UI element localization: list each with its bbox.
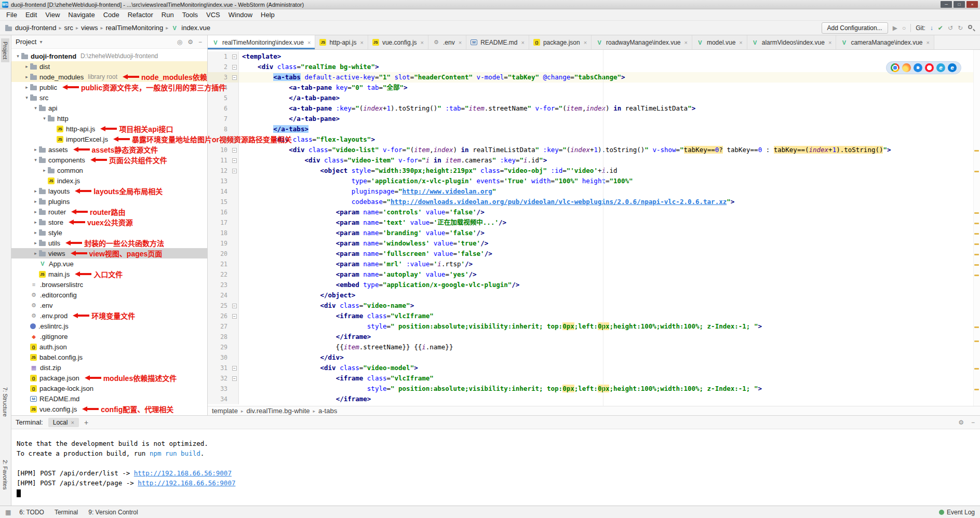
breadcrumb-item-duoji-frontend[interactable]: duoji-frontend xyxy=(15,24,57,32)
fold-marker[interactable]: − xyxy=(231,311,239,321)
code-line-2[interactable]: 2− <div class="realTime bg-white"> xyxy=(208,62,980,72)
editor-tab-http-api.js[interactable]: JShttp-api.js× xyxy=(315,35,368,49)
menu-file[interactable]: File xyxy=(2,11,21,19)
tool-windows-icon[interactable]: ▦ xyxy=(5,509,11,516)
close-tab-icon[interactable]: × xyxy=(926,39,929,46)
editor-tab-realTimeMonitoring-index.vue[interactable]: VrealTimeMonitoring\index.vue× xyxy=(208,35,315,49)
tree-item-router[interactable]: ▸routerrouter路由 xyxy=(11,207,207,217)
code-line-1[interactable]: 1−<template> xyxy=(208,51,980,62)
stripe-mark[interactable] xyxy=(974,389,979,390)
chevron-collapsed-icon[interactable]: ▸ xyxy=(32,251,39,256)
chrome-browser-icon[interactable] xyxy=(891,63,900,72)
git-history-icon[interactable]: ↺ xyxy=(948,24,953,32)
tree-item-.env.prod[interactable]: ⚙.env.prod环境变量文件 xyxy=(11,310,207,321)
opera-browser-icon[interactable] xyxy=(925,63,934,72)
fold-marker[interactable]: − xyxy=(231,166,239,176)
debug-icon[interactable]: ○ xyxy=(902,24,906,32)
menu-help[interactable]: Help xyxy=(257,11,279,19)
code-line-13[interactable]: 13 type='application/x-vlc-plugin' event… xyxy=(208,176,980,186)
close-tab-icon[interactable]: × xyxy=(684,39,688,46)
firefox-browser-icon[interactable] xyxy=(902,63,911,72)
stripe-mark[interactable] xyxy=(974,368,979,370)
chevron-expanded-icon[interactable]: ▾ xyxy=(32,105,39,111)
editor-tab-.env[interactable]: ⚙.env× xyxy=(428,35,466,49)
breadcrumb-item-src[interactable]: src xyxy=(64,24,73,32)
tree-item-importExcel.js[interactable]: JSimportExcel.js暴露环境变量地址给图片or视频资源路径变量相关 xyxy=(11,134,207,144)
project-panel-title[interactable]: Project xyxy=(16,38,36,46)
code-line-30[interactable]: 30 </div> xyxy=(208,352,980,363)
code-line-9[interactable]: 9− <div class="flex-layouts"> xyxy=(208,134,980,145)
code-line-34[interactable]: 34 </iframe> xyxy=(208,394,980,404)
code-line-3[interactable]: 3− <a-tabs default-active-key="1" slot="… xyxy=(208,72,980,83)
fold-marker[interactable]: − xyxy=(231,72,239,83)
fold-marker[interactable]: − xyxy=(231,373,239,384)
terminal-tab-local[interactable]: Local× xyxy=(48,418,79,427)
terminal-settings-icon[interactable]: ⚙ xyxy=(957,419,965,426)
minimize-button[interactable]: ─ xyxy=(941,1,952,8)
tree-item-duoji-frontend[interactable]: ▾duoji-frontendD:\zheheWeb\duoji-fronten… xyxy=(11,51,207,61)
code-line-10[interactable]: 10− <div class="video-list" v-for="(item… xyxy=(208,145,980,155)
tree-item-.env[interactable]: ⚙.env xyxy=(11,300,207,310)
editor-breadcrumb-div.realTime.bg-white[interactable]: div.realTime.bg-white xyxy=(246,407,310,415)
tree-item-.browserslistrc[interactable]: ≡.browserslistrc xyxy=(11,279,207,290)
menu-run[interactable]: Run xyxy=(157,11,178,19)
code-line-33[interactable]: 33 style=" position:absolute;visibility:… xyxy=(208,384,980,394)
code-line-23[interactable]: 23 <embed type="application/x-google-vlc… xyxy=(208,280,980,290)
tree-item-.gitignore[interactable]: ◆.gitignore xyxy=(11,331,207,342)
tree-item-common[interactable]: ▸common xyxy=(11,165,207,175)
tree-item-http-api.js[interactable]: JShttp-api.js项目相关api接口 xyxy=(11,124,207,134)
code-line-8[interactable]: 8 </a-tabs> xyxy=(208,124,980,134)
close-tab-icon[interactable]: × xyxy=(421,39,424,46)
locate-file-icon[interactable]: ◎ xyxy=(176,38,183,46)
stripe-mark[interactable] xyxy=(974,275,979,276)
edge-browser-icon[interactable]: e xyxy=(948,63,957,72)
tree-item-views[interactable]: ▸viewsview视图、pages页面 xyxy=(11,248,207,258)
tree-item-layouts[interactable]: ▸layoutslayouts全局布局相关 xyxy=(11,186,207,196)
code-line-14[interactable]: 14 pluginspage="http://www.videolan.org" xyxy=(208,186,980,197)
safari-browser-icon[interactable] xyxy=(914,63,922,72)
chevron-collapsed-icon[interactable]: ▸ xyxy=(32,188,39,194)
tree-item-assets[interactable]: ▸assetsassets静态资源文件 xyxy=(11,144,207,155)
close-tab-icon[interactable]: × xyxy=(307,39,311,46)
chevron-collapsed-icon[interactable]: ▸ xyxy=(32,220,39,225)
git-rollback-icon[interactable]: ↻ xyxy=(958,24,963,32)
tree-item-components[interactable]: ▾components页面公共组件文件 xyxy=(11,155,207,165)
tree-item-.eslintrc.js[interactable]: .eslintrc.js xyxy=(11,321,207,331)
run-icon[interactable]: ▶ xyxy=(893,24,897,32)
tree-item-main.js[interactable]: JSmain.js入口文件 xyxy=(11,269,207,279)
tree-item-node_modules[interactable]: ▸node_moduleslibrary rootnode_modules依赖 xyxy=(11,72,207,82)
code-line-29[interactable]: 29 {{item.streetName}} {{i.name}} xyxy=(208,342,980,352)
tool-window-project[interactable]: Project xyxy=(1,38,9,62)
menu-vcs[interactable]: VCS xyxy=(202,11,224,19)
chevron-down-icon[interactable]: ▾ xyxy=(39,39,42,45)
code-line-22[interactable]: 22 <param name='autoplay' value='yes'/> xyxy=(208,269,980,280)
stripe-mark[interactable] xyxy=(974,243,979,245)
code-line-21[interactable]: 21 <param name='mrl' :value='i.rtsp'/> xyxy=(208,259,980,269)
close-button[interactable]: × xyxy=(966,1,978,8)
fold-marker[interactable]: − xyxy=(231,62,239,72)
tree-item-package-lock.json[interactable]: {}package-lock.json xyxy=(11,383,207,393)
terminal-output[interactable]: Note that the development build is not o… xyxy=(11,429,980,506)
chevron-collapsed-icon[interactable]: ▸ xyxy=(32,209,39,214)
tree-item-.editorconfig[interactable]: ⚙.editorconfig xyxy=(11,290,207,300)
code-line-31[interactable]: 31− <div class="video-model"> xyxy=(208,363,980,373)
tree-item-http[interactable]: ▾http xyxy=(11,113,207,124)
code-line-16[interactable]: 16 <param name='controls' value='false'/… xyxy=(208,207,980,217)
error-stripe[interactable] xyxy=(973,50,980,406)
tree-item-vue.config.js[interactable]: JSvue.config.jsconfig配置、代理相关 xyxy=(11,404,207,414)
code-line-25[interactable]: 25− <div class="video-name"> xyxy=(208,301,980,311)
breadcrumb-item-views[interactable]: views xyxy=(81,24,98,32)
chevron-collapsed-icon[interactable]: ▸ xyxy=(41,168,48,173)
event-log-label[interactable]: Event Log xyxy=(947,509,975,516)
code-line-19[interactable]: 19 <param name='windowless' value='true'… xyxy=(208,238,980,249)
menu-navigate[interactable]: Navigate xyxy=(64,11,99,19)
editor-tab-README.md[interactable]: MREADME.md× xyxy=(466,35,529,49)
status-item-6-todo[interactable]: 6: TODO xyxy=(19,509,44,516)
code-line-24[interactable]: 24 </object> xyxy=(208,290,980,301)
stripe-mark[interactable] xyxy=(974,326,979,328)
code-line-15[interactable]: 15 codebase="http://downloads.videolan.o… xyxy=(208,197,980,207)
fold-marker[interactable]: − xyxy=(231,51,239,62)
menu-tools[interactable]: Tools xyxy=(178,11,202,19)
stripe-mark[interactable] xyxy=(974,223,979,224)
code-line-7[interactable]: 7 </a-tab-pane> xyxy=(208,114,980,124)
